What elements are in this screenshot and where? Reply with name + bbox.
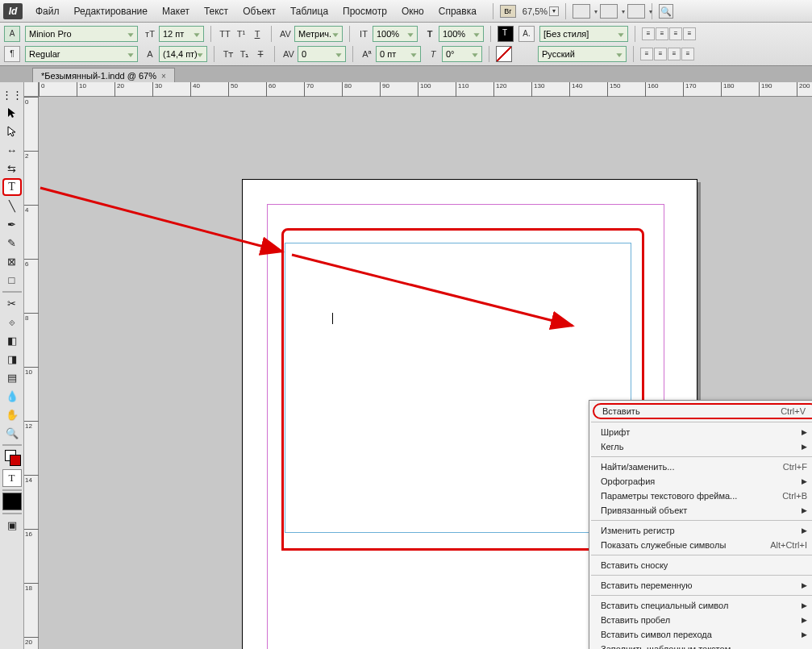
- menu-view[interactable]: Просмотр: [336, 2, 394, 20]
- menu-object[interactable]: Объект: [236, 2, 282, 20]
- canvas[interactable]: 0102030405060708090100110120130140150160…: [24, 82, 812, 649]
- separator: [591, 555, 812, 555]
- rectangle-frame-tool[interactable]: ⊠: [2, 252, 22, 270]
- align-left-button[interactable]: ≡: [642, 27, 655, 40]
- cm-fill-placeholder[interactable]: Заполнить шаблонным текстом: [589, 642, 812, 649]
- justify-last-right-button[interactable]: ≡: [668, 48, 681, 60]
- cm-show-hidden[interactable]: Показать служебные символыAlt+Ctrl+I: [589, 538, 812, 552]
- close-icon[interactable]: ×: [161, 72, 166, 81]
- cm-change-case[interactable]: Изменить регистр▶: [589, 523, 812, 538]
- screen-mode-button[interactable]: [573, 4, 590, 19]
- note-tool[interactable]: ▤: [2, 368, 22, 386]
- justify-last-center-button[interactable]: ≡: [654, 48, 667, 60]
- ruler-tick: 20: [24, 637, 39, 646]
- workspace-button[interactable]: [627, 4, 645, 19]
- character-mode-button[interactable]: A: [4, 26, 20, 42]
- vscale-value: 100%: [377, 29, 399, 39]
- ruler-tick: 170: [683, 82, 696, 97]
- strikethrough-icon[interactable]: T: [253, 47, 268, 61]
- menu-file[interactable]: Файл: [29, 2, 66, 20]
- align-right-button[interactable]: ≡: [669, 27, 682, 40]
- tracking-select[interactable]: 0: [298, 46, 346, 62]
- hand-tool[interactable]: ✋: [2, 406, 22, 423]
- ruler-tick: 14: [24, 475, 39, 484]
- cm-frame-opts[interactable]: Параметры текстового фрейма...Ctrl+B: [589, 489, 812, 503]
- superscript-icon[interactable]: T¹: [234, 27, 248, 41]
- cm-spelling[interactable]: Орфография▶: [589, 474, 812, 489]
- cm-paste[interactable]: Вставить Ctrl+V: [593, 403, 812, 419]
- baseline-select[interactable]: 0 пт: [376, 46, 421, 62]
- menu-text[interactable]: Текст: [198, 2, 235, 20]
- allcaps-icon[interactable]: TT: [218, 27, 232, 41]
- cm-insert-footnote[interactable]: Вставить сноску: [589, 558, 812, 572]
- chevron-down-icon[interactable]: ▾: [549, 6, 559, 16]
- workspace: ⋮⋮ ↔ ⇆ T ╲ ✒ ✎ ⊠ □ ✂ ⟐ ◧ ◨ ▤ 💧 ✋ 🔍 T ▣ 0…: [0, 82, 812, 649]
- kerning-value: Метрич.: [298, 29, 331, 39]
- arrange-docs-button[interactable]: [600, 4, 618, 19]
- gradient-swatch-tool[interactable]: ◧: [2, 331, 22, 349]
- hscale-select[interactable]: 100%: [439, 26, 484, 42]
- free-transform-tool[interactable]: ⟐: [2, 313, 22, 331]
- scissors-tool[interactable]: ✂: [2, 294, 22, 312]
- fill-swatch[interactable]: T: [498, 26, 514, 42]
- apply-text-color[interactable]: T: [2, 469, 22, 487]
- gap-tool[interactable]: ⇆: [2, 160, 22, 177]
- menu-window[interactable]: Окно: [395, 2, 431, 20]
- document-tab[interactable]: *Безымянный-1.indd @ 67% ×: [32, 68, 175, 83]
- language-select[interactable]: Русский: [538, 46, 627, 62]
- rectangle-tool[interactable]: □: [2, 271, 22, 289]
- cm-font[interactable]: Шрифт▶: [589, 425, 812, 439]
- underline-icon[interactable]: T: [250, 27, 264, 41]
- grip-icon[interactable]: ⋮⋮: [2, 85, 22, 103]
- leading-select[interactable]: (14,4 пт): [159, 46, 207, 62]
- search-icon[interactable]: 🔍: [659, 4, 673, 19]
- cm-find[interactable]: Найти/заменить...Ctrl+F: [589, 460, 812, 474]
- align-center-button[interactable]: ≡: [656, 27, 668, 40]
- horizontal-ruler[interactable]: 0102030405060708090100110120130140150160…: [39, 82, 812, 97]
- align-justify-button[interactable]: ≡: [683, 27, 696, 40]
- cm-size[interactable]: Кегль▶: [589, 439, 812, 454]
- menu-layout[interactable]: Макет: [156, 2, 196, 20]
- selection-tool[interactable]: [2, 104, 22, 122]
- cm-insert-space[interactable]: Вставить пробел▶: [589, 613, 812, 627]
- font-family-select[interactable]: Minion Pro: [25, 26, 138, 42]
- fill-stroke-swatches[interactable]: [2, 447, 22, 468]
- menu-table[interactable]: Таблица: [284, 2, 335, 20]
- type-tool[interactable]: T: [2, 178, 22, 196]
- stroke-swatch[interactable]: [496, 46, 512, 62]
- view-mode-button[interactable]: ▣: [2, 516, 22, 534]
- smallcaps-icon[interactable]: Tᴛ: [221, 47, 235, 61]
- gradient-feather-tool[interactable]: ◨: [2, 350, 22, 368]
- vscale-select[interactable]: 100%: [373, 26, 418, 42]
- justify-all-button[interactable]: ≡: [681, 48, 694, 60]
- kerning-select[interactable]: Метрич.: [294, 26, 343, 42]
- justify-last-left-button[interactable]: ≡: [640, 48, 653, 60]
- eyedropper-tool[interactable]: 💧: [2, 387, 22, 405]
- vertical-ruler[interactable]: 02468101214161820: [24, 97, 39, 649]
- bridge-button[interactable]: Br: [500, 5, 516, 18]
- page-tool[interactable]: ↔: [2, 141, 22, 159]
- cm-anchored[interactable]: Привязанный объект▶: [589, 503, 812, 518]
- font-style-select[interactable]: Regular: [25, 46, 138, 62]
- cm-insert-break[interactable]: Вставить символ перехода▶: [589, 627, 812, 642]
- zoom-level[interactable]: 67,5%▾: [523, 6, 559, 16]
- menu-help[interactable]: Справка: [432, 2, 483, 20]
- menu-edit[interactable]: Редактирование: [68, 2, 154, 20]
- zoom-tool[interactable]: 🔍: [2, 424, 22, 442]
- paragraph-mode-button[interactable]: ¶: [4, 46, 20, 62]
- line-tool[interactable]: ╲: [2, 197, 22, 214]
- pencil-tool[interactable]: ✎: [2, 234, 22, 252]
- char-style-select[interactable]: [Без стиля]: [539, 26, 628, 42]
- ruler-tick: 8: [24, 313, 39, 322]
- subscript-icon[interactable]: T₁: [237, 47, 252, 61]
- direct-selection-tool[interactable]: [2, 123, 22, 140]
- pen-tool[interactable]: ✒: [2, 215, 22, 233]
- skew-select[interactable]: 0°: [442, 46, 482, 62]
- chevron-right-icon: ▶: [802, 428, 807, 436]
- text-frame[interactable]: [285, 243, 631, 533]
- font-size-select[interactable]: 12 пт: [159, 26, 204, 42]
- cm-insert-var[interactable]: Вставить переменную▶: [589, 578, 812, 593]
- cm-insert-special[interactable]: Вставить специальный символ▶: [589, 598, 812, 613]
- color-apply-button[interactable]: [2, 493, 22, 510]
- ruler-origin[interactable]: [24, 82, 39, 97]
